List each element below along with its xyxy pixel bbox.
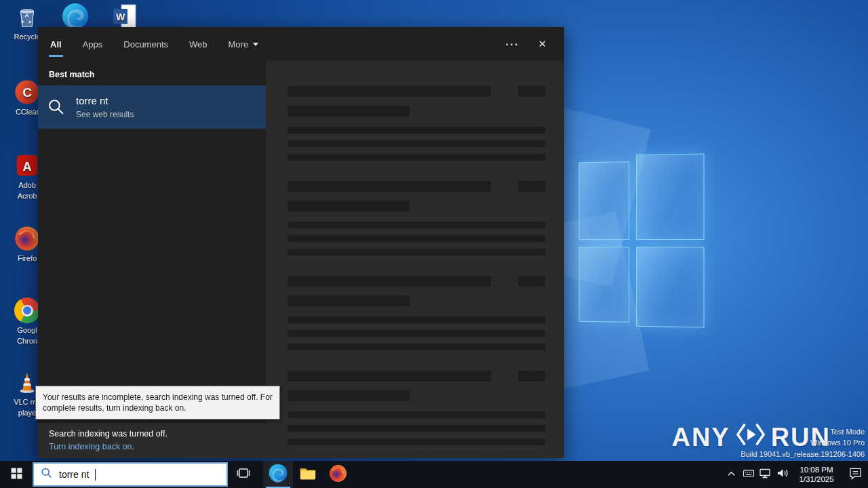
volume-button[interactable] (774, 461, 791, 488)
clock-date: 1/31/2025 (793, 474, 840, 484)
skeleton-bar (518, 86, 545, 97)
word-icon: W (111, 3, 138, 30)
desktop-icon-label: Firefo (18, 254, 37, 263)
turn-indexing-on-link[interactable]: Turn indexing back on. (49, 442, 255, 451)
more-options-button[interactable]: ⋯ (505, 41, 519, 47)
search-icon (41, 467, 53, 482)
search-flyout-panel: All Apps Documents Web More ⋯ ✕ Best mat… (38, 27, 564, 458)
acrobat-icon: A (14, 152, 41, 179)
windows-logo-pane (636, 247, 704, 327)
skeleton-bar (288, 154, 545, 161)
skeleton-bar (288, 276, 491, 287)
skeleton-group (288, 86, 545, 161)
search-query-text: torre nt (59, 469, 89, 480)
keyboard-icon (743, 468, 755, 481)
skeleton-bar (288, 411, 545, 418)
skeleton-bar (518, 276, 545, 287)
tab-more[interactable]: More (227, 28, 260, 60)
tab-web[interactable]: Web (188, 28, 209, 60)
desktop-icon-edge[interactable] (50, 3, 101, 30)
close-button[interactable]: ✕ (538, 38, 547, 50)
system-watermark-info: Test Mode Windows 10 Pro Build 19041.vb_… (741, 426, 865, 460)
taskbar: torre nt (0, 461, 868, 488)
result-subtitle: See web results (76, 110, 134, 119)
indexing-status-bar: Search indexing was turned off. Turn ind… (38, 423, 266, 458)
skeleton-bar (518, 371, 545, 382)
network-button[interactable] (757, 461, 774, 488)
hidden-icons-button[interactable] (723, 461, 740, 488)
svg-text:A: A (22, 160, 31, 174)
desktop-icon-label: CClear (16, 108, 39, 117)
best-match-result[interactable]: torre nt See web results (38, 85, 266, 129)
watermark-build: Build 19041.vb_release.191206-1406 (741, 449, 865, 460)
svg-text:C: C (22, 85, 32, 100)
indexing-notice: Search indexing was turned off. (49, 429, 255, 439)
search-icon (46, 98, 66, 116)
tab-documents[interactable]: Documents (122, 28, 170, 60)
watermark-test-mode: Test Mode (741, 426, 865, 438)
ccleaner-icon: C (14, 79, 41, 106)
skeleton-bar (288, 439, 545, 445)
skeleton-group (288, 181, 545, 256)
indexing-tooltip: Your results are incomplete, search inde… (35, 386, 280, 420)
skeleton-bar (288, 344, 545, 350)
windows-logo (578, 154, 704, 328)
skeleton-bar (518, 181, 545, 192)
taskbar-edge-button[interactable] (263, 461, 293, 488)
task-view-button[interactable] (228, 461, 259, 488)
firefox-icon (14, 225, 41, 252)
system-tray: 10:08 PM 1/31/2025 (723, 461, 868, 488)
skeleton-bar (288, 390, 410, 401)
search-panel-header: All Apps Documents Web More ⋯ ✕ (38, 27, 564, 61)
recycle-bin-icon (14, 3, 41, 30)
skeleton-bar (288, 425, 545, 432)
preview-pane (266, 61, 564, 458)
edge-icon (62, 3, 89, 30)
speaker-icon (776, 468, 789, 481)
skeleton-bar (288, 371, 491, 382)
taskbar-file-explorer-button[interactable] (293, 461, 323, 488)
taskbar-clock[interactable]: 10:08 PM 1/31/2025 (791, 465, 842, 484)
skeleton-bar (288, 249, 545, 256)
skeleton-bar (288, 235, 545, 242)
desktop-icon-label: Acrob (18, 192, 37, 201)
network-icon (760, 468, 771, 481)
task-view-icon (237, 466, 250, 483)
text-cursor (95, 469, 96, 481)
skeleton-bar (288, 181, 491, 192)
skeleton-group (288, 371, 545, 445)
desktop-icon-label: Adob (18, 181, 36, 190)
desktop-icon-label: Chron (17, 337, 37, 346)
desktop-icon-label: playe (18, 409, 36, 418)
action-center-button[interactable] (842, 461, 868, 488)
file-explorer-icon (299, 465, 317, 484)
skeleton-bar (288, 86, 491, 97)
touch-keyboard-button[interactable] (740, 461, 757, 488)
chrome-icon (14, 297, 41, 324)
action-center-icon (849, 467, 862, 483)
firefox-icon (329, 464, 347, 485)
skeleton-bar (288, 201, 410, 211)
desktop-icon-word[interactable]: W (99, 3, 151, 30)
clock-time: 10:08 PM (793, 465, 840, 474)
taskbar-firefox-button[interactable] (323, 461, 353, 488)
start-button[interactable] (0, 461, 33, 488)
skeleton-bar (288, 127, 545, 134)
skeleton-bar (288, 106, 410, 117)
skeleton-bar (288, 140, 545, 147)
chevron-up-icon (727, 468, 736, 481)
tab-all[interactable]: All (49, 28, 63, 60)
skeleton-bar (288, 330, 545, 337)
skeleton-bar (288, 317, 545, 323)
skeleton-group (288, 276, 545, 350)
desktop-icon-label: Googl (17, 326, 37, 335)
svg-text:W: W (116, 12, 125, 22)
windows-logo-pane (636, 154, 704, 240)
skeleton-bar (288, 296, 410, 306)
tab-apps[interactable]: Apps (81, 28, 104, 60)
skeleton-bar (288, 222, 545, 228)
taskbar-search-input[interactable]: torre nt (33, 462, 228, 487)
result-title: torre nt (76, 95, 134, 106)
edge-icon (269, 464, 288, 485)
windows-logo-pane (578, 247, 629, 323)
